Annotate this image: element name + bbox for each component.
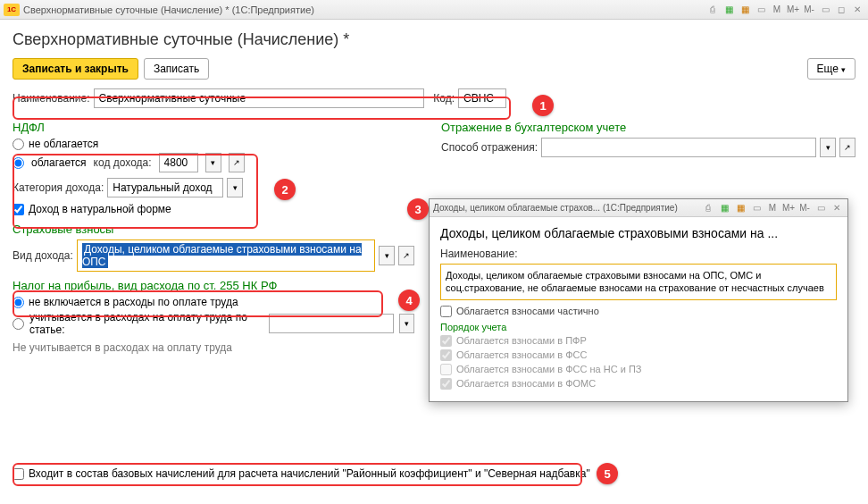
zoom-mminus-icon[interactable]: M-: [802, 3, 816, 17]
popup-title: Доходы, целиком облагаемые страховыми вз…: [440, 226, 837, 240]
fss-checkbox: Облагается взносами в ФСС: [440, 349, 837, 361]
income-kind-popup: Доходы, целиком облагаемые страхов... (1…: [429, 198, 848, 402]
profit-note: Не учитывается в расходах на оплату труд…: [13, 341, 414, 354]
popup-min-icon[interactable]: ▭: [814, 201, 828, 215]
category-dropdown[interactable]: ▾: [227, 178, 243, 197]
income-kind-dropdown[interactable]: ▾: [379, 246, 395, 265]
profit-not-included-radio[interactable]: не включается в расходы по оплате труда: [13, 296, 414, 308]
code-input[interactable]: [458, 88, 506, 108]
popup-cal2-icon[interactable]: ▦: [733, 201, 747, 215]
income-code-open[interactable]: ↗: [229, 153, 245, 172]
income-code-dropdown[interactable]: ▾: [205, 153, 221, 172]
save-close-button[interactable]: Записать и закрыть: [13, 58, 138, 80]
popup-titlebar: Доходы, целиком облагаемые страхов... (1…: [430, 199, 847, 217]
ndfl-taxed-radio[interactable]: облагается код дохода: ▾ ↗: [13, 153, 414, 172]
income-code-input[interactable]: [159, 153, 198, 172]
partial-checkbox[interactable]: Облагается взносами частично: [440, 306, 837, 317]
insurance-title: Страховые взносы: [13, 223, 414, 236]
badge-5: 5: [597, 463, 618, 484]
save-button[interactable]: Записать: [144, 58, 209, 80]
titlebar-tools: ⎙ ▦ ▦ ▭ M M+ M- ▭ ◻ ✕: [705, 3, 864, 17]
popup-cal-icon[interactable]: ▦: [717, 201, 731, 215]
window-titlebar: 1C Сверхнормативные суточные (Начисление…: [0, 0, 868, 20]
maximize-icon[interactable]: ◻: [834, 3, 848, 17]
profit-accounted-radio[interactable]: учитывается в расходах на оплату труда п…: [13, 311, 414, 336]
ndfl-not-taxed-radio[interactable]: не облагается: [13, 138, 414, 150]
profit-article-dropdown[interactable]: ▾: [399, 314, 414, 333]
badge-3: 3: [407, 198, 429, 220]
category-label: Категория дохода:: [13, 181, 104, 194]
close-icon[interactable]: ✕: [850, 3, 864, 17]
name-input[interactable]: [94, 88, 425, 108]
accounting-title: Отражение в бухгалтерском учете: [441, 121, 855, 134]
fss-ns-checkbox: Облагается взносами в ФСС на НС и ПЗ: [440, 364, 837, 375]
window-title: Сверхнормативные суточные (Начисление) *…: [23, 4, 314, 15]
profit-article-input[interactable]: [269, 314, 394, 333]
income-kind-input[interactable]: Доходы, целиком облагаемые страховыми вз…: [77, 239, 375, 272]
popup-name-field[interactable]: Доходы, целиком облагаемые страховыми вз…: [440, 264, 837, 300]
order-title: Порядок учета: [440, 322, 837, 332]
popup-name-label: Наименование:: [440, 248, 837, 260]
popup-close-icon[interactable]: ✕: [830, 201, 844, 215]
code-label: Код:: [433, 92, 455, 105]
popup-titlebar-text: Доходы, целиком облагаемые страхов... (1…: [433, 203, 678, 213]
profit-tax-title: Налог на прибыль, вид расхода по ст. 255…: [13, 279, 414, 292]
calendar2-icon[interactable]: ▦: [738, 3, 752, 17]
logo-1c: 1C: [4, 4, 20, 16]
name-label: Наименование:: [13, 92, 90, 105]
method-dropdown[interactable]: ▾: [820, 138, 836, 157]
page-title: Сверхнормативные суточные (Начисление) *: [13, 30, 855, 49]
zoom-m-icon[interactable]: M: [770, 3, 784, 17]
calc-icon[interactable]: ▭: [754, 3, 768, 17]
method-open[interactable]: ↗: [839, 138, 855, 157]
kind-label: Вид дохода:: [13, 249, 73, 262]
minimize-icon[interactable]: ▭: [818, 3, 832, 17]
popup-print-icon[interactable]: ⎙: [701, 201, 715, 215]
popup-mm-icon[interactable]: M-: [797, 201, 812, 215]
foms-checkbox: Облагается взносами в ФОМС: [440, 378, 837, 390]
badge-1: 1: [532, 95, 554, 116]
more-button[interactable]: Еще: [807, 58, 855, 80]
popup-m-icon[interactable]: M: [765, 201, 780, 215]
category-input[interactable]: [107, 178, 223, 197]
natural-form-checkbox[interactable]: Доход в натуральной форме: [13, 203, 414, 215]
popup-mp-icon[interactable]: M+: [781, 201, 796, 215]
income-kind-open[interactable]: ↗: [398, 246, 414, 265]
method-input[interactable]: [541, 138, 816, 157]
badge-4: 4: [398, 290, 420, 311]
zoom-mplus-icon[interactable]: M+: [786, 3, 800, 17]
pfr-checkbox: Облагается взносами в ПФР: [440, 335, 837, 347]
badge-2: 2: [274, 179, 296, 200]
ndfl-title: НДФЛ: [13, 121, 414, 134]
base-accrual-checkbox[interactable]: Входит в состав базовых начислений для р…: [13, 467, 834, 480]
method-label: Способ отражения:: [441, 141, 538, 154]
calendar-icon[interactable]: ▦: [722, 3, 736, 17]
print-icon[interactable]: ⎙: [705, 3, 720, 17]
popup-calc-icon[interactable]: ▭: [749, 201, 764, 215]
